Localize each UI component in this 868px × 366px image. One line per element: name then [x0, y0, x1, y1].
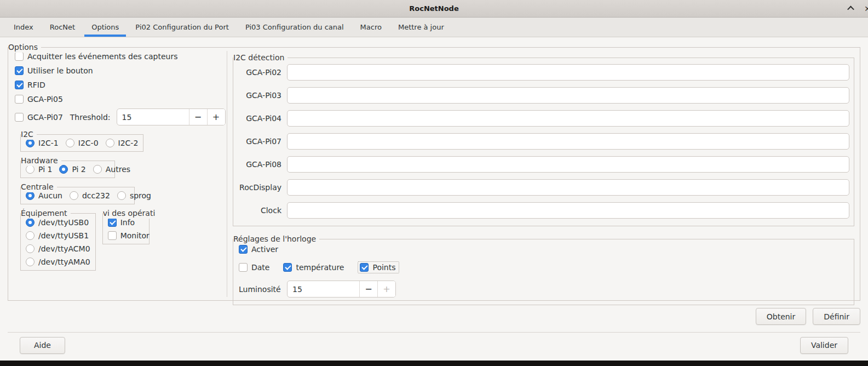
radio-dcc232[interactable]: dcc232 [70, 191, 110, 200]
checkbox-row-gca-pi05[interactable]: GCA-Pi05 [15, 94, 227, 104]
centrale-frame: Centrale Aucun dcc232 sprog [20, 187, 135, 204]
operations-frame-label: vi des opérati [103, 208, 156, 219]
sprog-radio[interactable] [117, 191, 126, 200]
threshold-spinner: − + [117, 108, 226, 125]
activer-checkbox[interactable] [239, 245, 248, 254]
aide-button[interactable]: Aide [20, 337, 65, 354]
autres-radio[interactable] [93, 165, 102, 174]
dev-ttyusb1-label: /dev/ttyUSB1 [38, 231, 89, 240]
rocdisplay-field-label: RocDisplay [238, 183, 281, 192]
dev-ttyama0-radio[interactable] [26, 258, 35, 266]
checkbox-row-date[interactable]: Date [239, 263, 269, 272]
i2c-0-radio[interactable] [66, 139, 74, 147]
window-title: RocNetNode [409, 4, 459, 13]
tab-index[interactable]: Index [5, 18, 42, 37]
gca-pi07-input[interactable] [287, 133, 849, 150]
checkbox-row-rfid[interactable]: RFID [15, 80, 227, 90]
gca-pi02-input[interactable] [287, 64, 849, 81]
tab-options[interactable]: Options [83, 18, 127, 37]
dev-ttyacm0-radio[interactable] [26, 244, 35, 253]
info-label: Info [120, 218, 135, 227]
dev-ttyusb0-radio[interactable] [26, 218, 35, 227]
temperature-checkbox[interactable] [283, 263, 292, 272]
info-checkbox[interactable] [108, 218, 117, 227]
clock-flags-row: Date température Points [239, 261, 848, 273]
pi-1-radio[interactable] [26, 165, 35, 174]
tab-rocnet[interactable]: RocNet [42, 18, 83, 37]
utiliser-le-bouton-label: Utiliser le bouton [27, 66, 93, 75]
gca-pi05-label: GCA-Pi05 [27, 95, 63, 104]
gca-pi05-checkbox[interactable] [15, 95, 24, 104]
equipement-frame-label: Équipement [21, 208, 71, 219]
radio-pi-1[interactable]: Pi 1 [26, 165, 52, 174]
radio-i2c-2[interactable]: I2C-2 [106, 139, 139, 147]
luminosite-minus-button[interactable]: − [359, 281, 377, 297]
rfid-checkbox[interactable] [15, 81, 24, 89]
clock-input[interactable] [287, 202, 849, 219]
luminosite-plus-button[interactable]: + [377, 281, 395, 297]
checkbox-row-info[interactable]: Info [108, 218, 144, 227]
pi-2-radio[interactable] [59, 165, 68, 174]
dev-ttyusb1-radio[interactable] [26, 231, 35, 240]
field-row-gca-pi02: GCA-Pi02 [238, 64, 849, 81]
threshold-input[interactable] [117, 109, 189, 125]
checkbox-row-utiliser-le-bouton[interactable]: Utiliser le bouton [15, 66, 227, 76]
checkbox-row-points[interactable]: Points [358, 261, 399, 273]
dcc232-label: dcc232 [82, 191, 110, 200]
dev-ttyusb0-label: /dev/ttyUSB0 [38, 218, 89, 227]
threshold-label: Threshold: [70, 113, 111, 122]
chevron-up-icon[interactable] [847, 6, 854, 13]
radio-dev-ttyama0[interactable]: /dev/ttyAMA0 [26, 257, 90, 266]
monitor-checkbox[interactable] [108, 231, 117, 240]
tab-mettre-a-jour[interactable]: Mettre à jour [390, 18, 452, 37]
tab-macro[interactable]: Macro [352, 18, 390, 37]
hardware-frame: Hardware Pi 1 Pi 2 Autres [20, 161, 115, 178]
gca-pi07-checkbox[interactable] [15, 113, 24, 122]
luminosite-input[interactable] [288, 281, 359, 297]
points-checkbox[interactable] [360, 263, 369, 272]
i2c-1-radio[interactable] [26, 139, 35, 147]
aucun-radio[interactable] [26, 191, 35, 200]
rocdisplay-input[interactable] [287, 179, 849, 196]
threshold-plus-button[interactable]: + [207, 109, 225, 125]
clock-field-label: Clock [238, 206, 281, 215]
radio-sprog[interactable]: sprog [117, 191, 151, 200]
checkbox-row-monitor[interactable]: Monitor [108, 231, 144, 240]
checkbox-row-temperature[interactable]: température [283, 263, 344, 272]
radio-i2c-0[interactable]: I2C-0 [66, 139, 99, 147]
tab-bar: Index RocNet Options Pi02 Configuration … [0, 18, 868, 37]
hardware-radio-group: Pi 1 Pi 2 Autres [26, 165, 110, 174]
definir-button[interactable]: Définir [813, 308, 860, 325]
checkbox-row-activer[interactable]: Activer [239, 245, 848, 254]
radio-aucun[interactable]: Aucun [26, 191, 62, 200]
i2c-2-radio[interactable] [106, 139, 114, 147]
operations-checkbox-group: Info Monitor [108, 218, 144, 240]
pi-1-label: Pi 1 [38, 165, 52, 174]
titlebar[interactable]: RocNetNode ✕ [0, 0, 868, 18]
tab-pi02-configuration-du-port[interactable]: Pi02 Configuration du Port [127, 18, 237, 37]
radio-dev-ttyusb0[interactable]: /dev/ttyUSB0 [26, 218, 90, 227]
aucun-label: Aucun [38, 191, 62, 200]
radio-pi-2[interactable]: Pi 2 [59, 165, 85, 174]
valider-button[interactable]: Valider [800, 337, 848, 354]
gca-pi04-input[interactable] [287, 110, 849, 127]
gca-pi08-input[interactable] [287, 156, 849, 173]
checkbox-row-acquitter[interactable]: Acquitter les événements des capteurs [15, 52, 227, 61]
acquitter-checkbox[interactable] [15, 52, 24, 61]
radio-autres[interactable]: Autres [93, 165, 130, 174]
radio-dev-ttyusb1[interactable]: /dev/ttyUSB1 [26, 231, 90, 240]
field-row-gca-pi03: GCA-Pi03 [238, 87, 849, 104]
options-frame: Options Acquitter les événements des cap… [8, 47, 860, 301]
field-row-gca-pi08: GCA-Pi08 [238, 156, 849, 173]
gca-pi03-input[interactable] [287, 87, 849, 104]
date-checkbox[interactable] [239, 263, 248, 272]
utiliser-le-bouton-checkbox[interactable] [15, 66, 24, 75]
i2c-frame-label: I2C [21, 129, 37, 140]
threshold-minus-button[interactable]: − [189, 109, 207, 125]
dcc232-radio[interactable] [70, 191, 78, 200]
radio-dev-ttyacm0[interactable]: /dev/ttyACM0 [26, 244, 90, 253]
tab-pi03-configuration-du-canal[interactable]: Pi03 Configuration du canal [237, 18, 352, 37]
obtenir-button[interactable]: Obtenir [756, 308, 807, 325]
radio-i2c-1[interactable]: I2C-1 [26, 139, 59, 147]
close-icon[interactable]: ✕ [864, 4, 868, 13]
